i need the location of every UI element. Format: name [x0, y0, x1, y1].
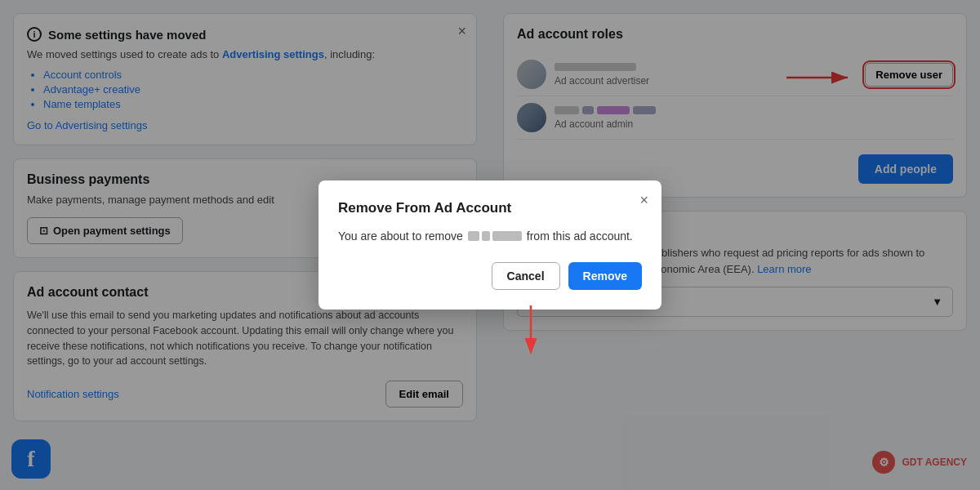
- modal-close-button[interactable]: ×: [639, 192, 648, 209]
- modal-user-name-blurred: [468, 231, 522, 241]
- modal-title: Remove From Ad Account: [338, 200, 642, 216]
- red-arrow-remove-btn: [514, 305, 564, 359]
- modal-body: You are about to remove from this ad acc…: [338, 229, 642, 243]
- remove-button[interactable]: Remove: [568, 262, 642, 290]
- remove-from-ad-account-modal: Remove From Ad Account × You are about t…: [318, 180, 662, 310]
- modal-overlay: Remove From Ad Account × You are about t…: [0, 0, 980, 490]
- cancel-button[interactable]: Cancel: [492, 262, 560, 290]
- modal-footer: Cancel Remove: [338, 262, 642, 290]
